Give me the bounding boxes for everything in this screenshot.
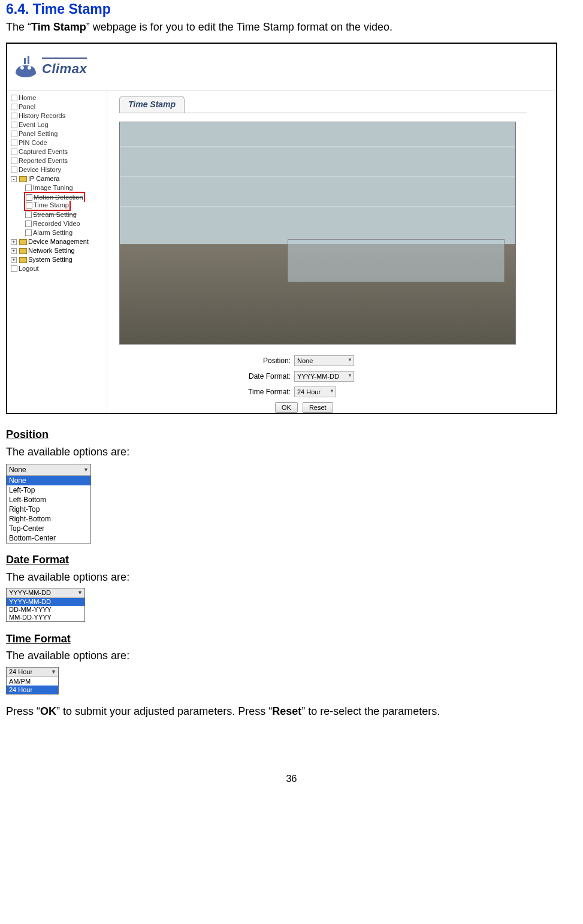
nav-item[interactable]: Panel Setting [11, 129, 105, 138]
time-dropdown-example: 24 Hour▼ AM/PM 24 Hour [6, 667, 59, 694]
expand-icon[interactable]: + [11, 257, 17, 263]
closing-paragraph: Press “OK” to submit your adjusted param… [6, 704, 577, 718]
nav-item[interactable]: Captured Events [11, 147, 105, 156]
dropdown-option[interactable]: YYYY-MM-DD [7, 598, 84, 606]
logo: Climax [12, 53, 87, 81]
nav-item[interactable]: Motion Detection [11, 192, 105, 201]
position-label: Position: [239, 356, 291, 366]
folder-icon [19, 176, 27, 182]
chevron-down-icon: ▼ [83, 466, 89, 473]
dropdown-option[interactable]: Right-Top [7, 505, 90, 514]
select-value: None [297, 357, 313, 366]
video-preview [119, 122, 516, 345]
nav-label: IP Camera [28, 174, 59, 183]
svg-point-0 [20, 66, 24, 70]
dropdown-top[interactable]: None▼ [7, 464, 90, 476]
page-icon [11, 104, 17, 110]
dropdown-option[interactable]: DD-MM-YYYY [7, 606, 84, 614]
nav-item-logout[interactable]: Logout [11, 264, 105, 273]
dropdown-option[interactable]: Left-Bottom [7, 495, 90, 505]
dropdown-top[interactable]: 24 Hour▼ [7, 668, 58, 677]
nav-item[interactable]: History Records [11, 111, 105, 120]
nav-label: Image Tuning [33, 183, 73, 192]
dropdown-option[interactable]: Top-Center [7, 524, 90, 533]
nav-folder[interactable]: +Device Management [11, 237, 105, 246]
page-icon [25, 212, 32, 218]
expand-icon[interactable]: + [11, 248, 17, 254]
nav-item[interactable]: Recorded Video [11, 219, 105, 228]
tab-time-stamp[interactable]: Time Stamp [119, 96, 185, 113]
nav-label: Recorded Video [33, 219, 80, 228]
nav-item[interactable]: Panel [11, 102, 105, 111]
page-icon [11, 113, 17, 119]
dropdown-option[interactable]: Bottom-Center [7, 533, 90, 543]
date-format-select[interactable]: YYYY-MM-DD▼ [294, 371, 354, 382]
time-format-select[interactable]: 24 Hour▼ [294, 386, 336, 397]
dropdown-option[interactable]: AM/PM [7, 677, 58, 686]
position-text: The available options are: [6, 445, 577, 459]
position-select[interactable]: None▼ [294, 355, 354, 366]
position-heading: Position [6, 427, 577, 442]
expand-icon[interactable]: + [11, 239, 17, 245]
collapse-icon[interactable]: - [11, 176, 17, 182]
dropdown-option[interactable]: None [7, 476, 90, 485]
closing-text: ” to submit your adjusted parameters. Pr… [56, 705, 272, 717]
dropdown-option[interactable]: 24 Hour [7, 686, 58, 694]
nav-item[interactable]: Home [11, 93, 105, 102]
content-area: Time Stamp Position: None▼ Date Format: [107, 91, 556, 413]
nav-item-timestamp[interactable]: Time Stamp [11, 201, 105, 210]
date-format-text: The available options are: [6, 570, 577, 584]
nav-label: Device History [19, 165, 61, 174]
nav-label: Stream Setting [33, 210, 77, 219]
nav-item[interactable]: Image Tuning [11, 183, 105, 192]
nav-label: System Setting [28, 255, 73, 264]
nav-item[interactable]: Reported Events [11, 156, 105, 165]
folder-icon [19, 248, 27, 254]
ok-button[interactable]: OK [275, 402, 298, 413]
chevron-down-icon: ▼ [330, 388, 334, 395]
svg-rect-2 [24, 58, 26, 64]
folder-icon [19, 239, 27, 245]
nav-label: Panel [19, 102, 35, 111]
dropdown-value: 24 Hour [9, 668, 32, 677]
nav-item[interactable]: Alarm Setting [11, 228, 105, 237]
page-icon [11, 131, 17, 137]
nav-label: Event Log [19, 120, 49, 129]
nav-tree: Home Panel History Records Event Log Pan… [7, 91, 107, 413]
nav-item[interactable]: Stream Setting [11, 210, 105, 219]
closing-reset: Reset [272, 705, 301, 717]
date-dropdown-example: YYYY-MM-DD▼ YYYY-MM-DD DD-MM-YYYY MM-DD-… [6, 588, 85, 622]
nav-item[interactable]: Device History [11, 165, 105, 174]
intro-prefix: The “ [6, 21, 31, 33]
nav-item[interactable]: Event Log [11, 120, 105, 129]
highlight-box-bottom: Time Stamp [24, 201, 71, 211]
nav-folder[interactable]: +Network Setting [11, 246, 105, 255]
nav-label: Alarm Setting [33, 228, 73, 237]
dropdown-option[interactable]: MM-DD-YYYY [7, 614, 84, 621]
nav-label: History Records [19, 111, 65, 120]
reset-button[interactable]: Reset [303, 402, 333, 413]
dropdown-value: None [9, 465, 26, 475]
page-icon [11, 158, 17, 164]
chevron-down-icon: ▼ [77, 589, 83, 596]
closing-text: ” to re-select the parameters. [301, 705, 440, 717]
embedded-screenshot: Climax Home Panel History Records Event … [6, 43, 557, 414]
nav-folder-ipcamera[interactable]: -IP Camera [11, 174, 105, 183]
nav-item[interactable]: PIN Code [11, 138, 105, 147]
select-value: YYYY-MM-DD [297, 372, 339, 381]
page-icon [26, 202, 32, 209]
page-icon [11, 122, 17, 128]
svg-rect-3 [28, 56, 29, 64]
nav-label: Time Stamp [34, 201, 69, 210]
dropdown-option[interactable]: Right-Bottom [7, 514, 90, 524]
page-icon [25, 221, 32, 227]
page-number: 36 [6, 772, 577, 786]
chevron-down-icon: ▼ [348, 373, 352, 379]
nav-label: Network Setting [28, 246, 75, 255]
dropdown-option[interactable]: Left-Top [7, 485, 90, 495]
nav-label: Captured Events [19, 147, 68, 156]
nav-folder[interactable]: +System Setting [11, 255, 105, 264]
dropdown-top[interactable]: YYYY-MM-DD▼ [7, 588, 84, 598]
intro-suffix: ” webpage is for you to edit the Time St… [86, 21, 392, 33]
intro-bold: Tim Stamp [31, 21, 86, 33]
